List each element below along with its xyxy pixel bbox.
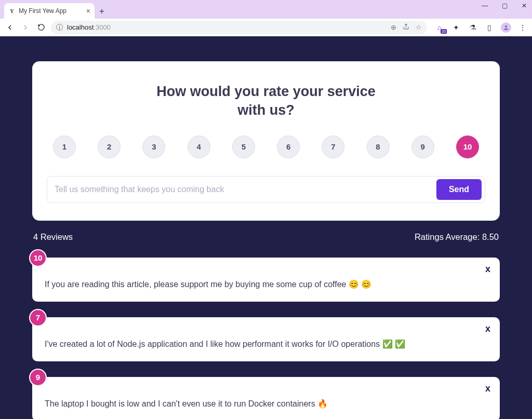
heading-line2: with us? (237, 102, 295, 118)
reload-icon[interactable] (35, 22, 47, 33)
url-host: localhost (67, 23, 94, 31)
card-heading: How would you rate your service with us? (47, 82, 485, 120)
review-close-button[interactable]: x (485, 383, 490, 394)
review-item: 9xThe laptop I bought is low and I can't… (32, 377, 500, 419)
browser-titlebar: Y My First Yew App × + — ▢ ✕ (0, 0, 532, 19)
review-score-badge: 10 (29, 249, 47, 267)
rating-5[interactable]: 5 (232, 136, 255, 158)
extensions-icon[interactable]: ✦ (451, 22, 461, 33)
browser-tab[interactable]: Y My First Yew App × (4, 3, 95, 19)
reviews-count: 4 Reviews (33, 232, 73, 242)
rating-8[interactable]: 8 (367, 136, 390, 158)
zoom-icon[interactable]: ⊕ (391, 23, 396, 32)
url-input[interactable]: i localhost:3000 ⊕ ☆ (51, 21, 427, 34)
svg-point-0 (505, 25, 507, 28)
new-tab-button[interactable]: + (95, 4, 109, 19)
review-close-button[interactable]: x (485, 323, 490, 334)
window-controls: — ▢ ✕ (480, 2, 529, 9)
favicon-icon: Y (8, 7, 16, 15)
kebab-menu-icon[interactable]: ⋮ (517, 22, 528, 33)
share-icon[interactable] (403, 23, 409, 32)
page-body: How would you rate your service with us?… (0, 36, 532, 419)
extension-home-icon[interactable]: ⌂20 (434, 22, 445, 33)
minimize-icon[interactable]: — (480, 2, 489, 9)
stats-row: 4 Reviews Ratings Average: 8.50 (32, 232, 500, 242)
rating-6[interactable]: 6 (277, 136, 300, 158)
reviews-list: 10xIf you are reading this article, plea… (32, 258, 500, 419)
send-button[interactable]: Send (436, 179, 482, 200)
rating-row: 12345678910 (47, 136, 485, 158)
rating-1[interactable]: 1 (53, 136, 76, 158)
close-window-icon[interactable]: ✕ (520, 2, 529, 9)
tab-title: My First Yew App (19, 7, 66, 15)
profile-avatar-icon[interactable] (501, 22, 511, 33)
back-icon[interactable] (4, 22, 16, 33)
review-score-badge: 7 (29, 309, 47, 327)
rating-7[interactable]: 7 (322, 136, 344, 158)
ratings-average: Ratings Average: 8.50 (415, 232, 499, 242)
maximize-icon[interactable]: ▢ (500, 2, 509, 9)
extension-flask-icon[interactable]: ⚗ (468, 22, 478, 33)
review-text: If you are reading this article, please … (45, 279, 487, 289)
rating-9[interactable]: 9 (411, 136, 434, 158)
bookmark-icon[interactable]: ☆ (416, 23, 422, 32)
rating-2[interactable]: 2 (98, 136, 121, 158)
close-tab-icon[interactable]: × (86, 7, 90, 15)
url-port: :3000 (94, 23, 111, 31)
review-text: The laptop I bought is low and I can't e… (45, 399, 487, 409)
rating-3[interactable]: 3 (142, 136, 165, 158)
rating-card: How would you rate your service with us?… (32, 61, 500, 221)
forward-icon[interactable] (20, 22, 31, 33)
review-item: 10xIf you are reading this article, plea… (32, 258, 500, 302)
device-icon[interactable]: ▯ (484, 22, 495, 33)
rating-10[interactable]: 10 (456, 136, 479, 158)
rating-4[interactable]: 4 (188, 136, 210, 158)
review-item: 7xI've created a lot of Node.js applicat… (32, 317, 500, 361)
site-info-icon[interactable]: i (56, 24, 63, 31)
heading-line1: How would you rate your service (156, 84, 376, 99)
review-text: I've created a lot of Node.js applicatio… (45, 339, 487, 349)
toolbar-extensions: ⌂20 ✦ ⚗ ▯ ⋮ (434, 22, 528, 33)
review-score-badge: 9 (29, 369, 47, 386)
feedback-input[interactable] (55, 185, 431, 194)
address-bar: i localhost:3000 ⊕ ☆ ⌂20 ✦ ⚗ ▯ ⋮ (0, 19, 532, 36)
review-close-button[interactable]: x (485, 264, 490, 275)
feedback-input-wrap: Send (47, 176, 485, 203)
